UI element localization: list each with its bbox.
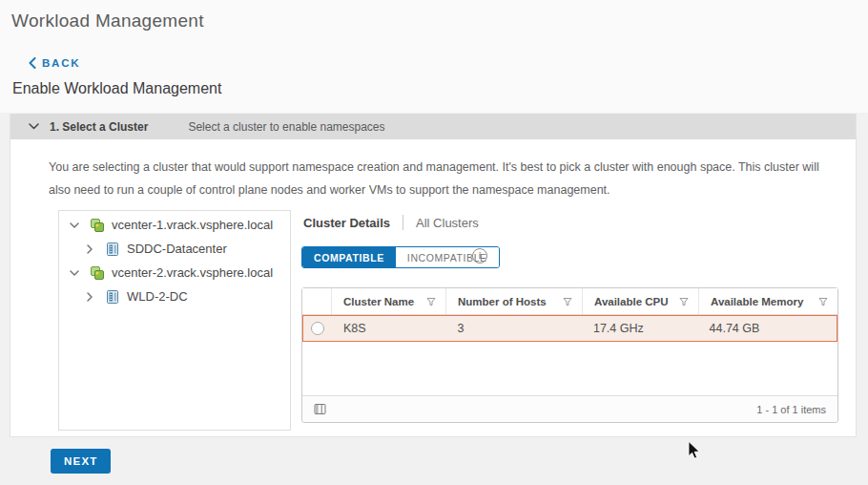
- radio-icon[interactable]: [311, 322, 324, 335]
- tree-item-wld-2-dc[interactable]: WLD-2-DC: [59, 285, 290, 308]
- chevron-down-icon[interactable]: [67, 270, 82, 276]
- chevron-down-icon[interactable]: [29, 123, 39, 130]
- cluster-table: Cluster Name Number of Hosts Available C…: [301, 287, 838, 423]
- tab-cluster-details[interactable]: Cluster Details: [303, 216, 390, 230]
- tab-divider: [403, 215, 403, 230]
- step-description: Select a cluster to enable namespaces: [188, 120, 384, 134]
- datacenter-icon: [105, 242, 120, 257]
- table-row-k8s[interactable]: K8S 3 17.4 GHz 44.74 GB: [302, 315, 837, 342]
- chevron-right-icon[interactable]: [82, 292, 97, 302]
- info-circle-icon[interactable]: i: [472, 248, 487, 264]
- page-title: Workload Management: [11, 11, 204, 32]
- tree-item-sddc-datacenter[interactable]: SDDC-Datacenter: [59, 237, 290, 261]
- chevron-left-icon: [29, 57, 36, 69]
- wizard-title: Enable Workload Management: [12, 80, 221, 97]
- tab-all-clusters[interactable]: All Clusters: [416, 216, 479, 230]
- next-button[interactable]: NEXT: [51, 449, 111, 474]
- filter-icon[interactable]: [426, 297, 436, 306]
- tree-item-label: WLD-2-DC: [127, 289, 188, 304]
- compatibility-toggle: COMPATIBLE INCOMPATIBLE: [301, 246, 500, 268]
- chevron-right-icon[interactable]: [82, 244, 97, 254]
- column-label: Available Memory: [711, 296, 803, 307]
- step-intro-text: You are selecting a cluster that would s…: [49, 156, 842, 201]
- column-header-number-of-hosts[interactable]: Number of Hosts: [445, 288, 582, 314]
- pagination-label: 1 - 1 of 1 items: [756, 404, 826, 415]
- details-tab-bar: Cluster Details All Clusters: [303, 212, 479, 233]
- table-footer: 1 - 1 of 1 items: [302, 395, 837, 422]
- filter-icon[interactable]: [563, 297, 572, 306]
- column-label: Number of Hosts: [458, 296, 547, 307]
- filter-icon[interactable]: [679, 297, 689, 306]
- table-header-row: Cluster Name Number of Hosts Available C…: [302, 288, 837, 315]
- workload-management-screen: Workload Management BACK Enable Workload…: [0, 0, 868, 485]
- column-label: Available CPU: [594, 296, 669, 307]
- inventory-tree: vcenter-1.vrack.vsphere.local SDDC-Datac…: [58, 210, 291, 431]
- tree-item-vcenter-1[interactable]: vcenter-1.vrack.vsphere.local: [59, 213, 290, 237]
- datacenter-icon: [105, 289, 120, 305]
- cell-cluster-name: K8S: [332, 316, 446, 341]
- cell-available-cpu: 17.4 GHz: [582, 316, 698, 341]
- back-label: BACK: [42, 57, 80, 69]
- column-header-cluster-name[interactable]: Cluster Name: [331, 288, 445, 314]
- tree-item-label: vcenter-2.vrack.vsphere.local: [112, 265, 273, 280]
- filter-icon[interactable]: [818, 297, 828, 306]
- column-header-available-memory[interactable]: Available Memory: [698, 288, 837, 314]
- table-empty-area: [302, 342, 837, 395]
- step-title: 1. Select a Cluster: [50, 120, 148, 134]
- header-radio-spacer: [302, 288, 331, 314]
- cell-number-of-hosts: 3: [445, 316, 581, 341]
- tree-item-vcenter-2[interactable]: vcenter-2.vrack.vsphere.local: [59, 261, 290, 285]
- chevron-down-icon[interactable]: [67, 222, 82, 228]
- tree-item-label: vcenter-1.vrack.vsphere.local: [112, 218, 273, 232]
- step-card: 1. Select a Cluster Select a cluster to …: [10, 114, 857, 437]
- tree-item-label: SDDC-Datacenter: [127, 242, 227, 256]
- column-label: Cluster Name: [343, 296, 414, 307]
- column-settings-icon[interactable]: [314, 403, 326, 415]
- back-link[interactable]: BACK: [29, 57, 80, 69]
- vcenter-icon: [90, 265, 105, 281]
- cell-available-memory: 44.74 GB: [698, 316, 837, 341]
- compatible-button[interactable]: COMPATIBLE: [302, 247, 396, 267]
- column-header-available-cpu[interactable]: Available CPU: [582, 288, 698, 314]
- step-accordion-header[interactable]: 1. Select a Cluster Select a cluster to …: [10, 114, 856, 139]
- vcenter-icon: [90, 218, 105, 233]
